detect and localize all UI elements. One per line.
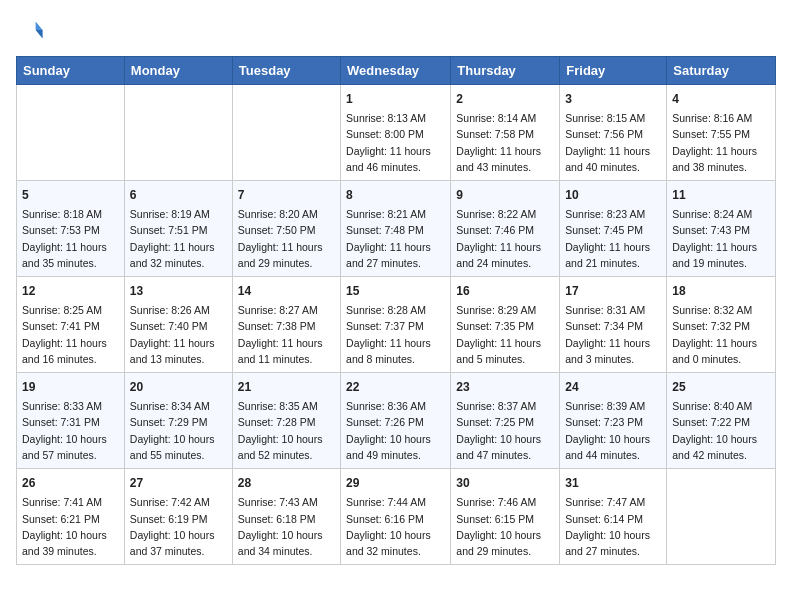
- day-cell: 7Sunrise: 8:20 AM Sunset: 7:50 PM Daylig…: [232, 181, 340, 277]
- day-cell: [232, 85, 340, 181]
- day-number: 28: [238, 474, 335, 492]
- day-info: Sunrise: 8:40 AM Sunset: 7:22 PM Dayligh…: [672, 398, 770, 463]
- day-number: 30: [456, 474, 554, 492]
- day-number: 20: [130, 378, 227, 396]
- weekday-header-wednesday: Wednesday: [341, 57, 451, 85]
- day-cell: 14Sunrise: 8:27 AM Sunset: 7:38 PM Dayli…: [232, 277, 340, 373]
- day-number: 8: [346, 186, 445, 204]
- day-info: Sunrise: 8:35 AM Sunset: 7:28 PM Dayligh…: [238, 398, 335, 463]
- day-info: Sunrise: 8:27 AM Sunset: 7:38 PM Dayligh…: [238, 302, 335, 367]
- week-row-4: 19Sunrise: 8:33 AM Sunset: 7:31 PM Dayli…: [17, 373, 776, 469]
- day-info: Sunrise: 8:18 AM Sunset: 7:53 PM Dayligh…: [22, 206, 119, 271]
- day-cell: 10Sunrise: 8:23 AM Sunset: 7:45 PM Dayli…: [560, 181, 667, 277]
- day-info: Sunrise: 8:20 AM Sunset: 7:50 PM Dayligh…: [238, 206, 335, 271]
- day-info: Sunrise: 8:32 AM Sunset: 7:32 PM Dayligh…: [672, 302, 770, 367]
- day-info: Sunrise: 8:28 AM Sunset: 7:37 PM Dayligh…: [346, 302, 445, 367]
- day-cell: 30Sunrise: 7:46 AM Sunset: 6:15 PM Dayli…: [451, 469, 560, 565]
- weekday-header-row: SundayMondayTuesdayWednesdayThursdayFrid…: [17, 57, 776, 85]
- day-info: Sunrise: 8:19 AM Sunset: 7:51 PM Dayligh…: [130, 206, 227, 271]
- day-number: 13: [130, 282, 227, 300]
- day-number: 7: [238, 186, 335, 204]
- day-info: Sunrise: 8:14 AM Sunset: 7:58 PM Dayligh…: [456, 110, 554, 175]
- page-header: [16, 16, 776, 44]
- day-cell: 23Sunrise: 8:37 AM Sunset: 7:25 PM Dayli…: [451, 373, 560, 469]
- day-cell: 4Sunrise: 8:16 AM Sunset: 7:55 PM Daylig…: [667, 85, 776, 181]
- day-number: 27: [130, 474, 227, 492]
- day-cell: 26Sunrise: 7:41 AM Sunset: 6:21 PM Dayli…: [17, 469, 125, 565]
- weekday-header-saturday: Saturday: [667, 57, 776, 85]
- day-info: Sunrise: 7:41 AM Sunset: 6:21 PM Dayligh…: [22, 494, 119, 559]
- day-cell: 21Sunrise: 8:35 AM Sunset: 7:28 PM Dayli…: [232, 373, 340, 469]
- day-cell: 2Sunrise: 8:14 AM Sunset: 7:58 PM Daylig…: [451, 85, 560, 181]
- day-number: 19: [22, 378, 119, 396]
- day-number: 12: [22, 282, 119, 300]
- day-number: 17: [565, 282, 661, 300]
- day-cell: 29Sunrise: 7:44 AM Sunset: 6:16 PM Dayli…: [341, 469, 451, 565]
- day-info: Sunrise: 8:24 AM Sunset: 7:43 PM Dayligh…: [672, 206, 770, 271]
- week-row-5: 26Sunrise: 7:41 AM Sunset: 6:21 PM Dayli…: [17, 469, 776, 565]
- weekday-header-tuesday: Tuesday: [232, 57, 340, 85]
- day-cell: 11Sunrise: 8:24 AM Sunset: 7:43 PM Dayli…: [667, 181, 776, 277]
- day-cell: [17, 85, 125, 181]
- week-row-1: 1Sunrise: 8:13 AM Sunset: 8:00 PM Daylig…: [17, 85, 776, 181]
- day-cell: 15Sunrise: 8:28 AM Sunset: 7:37 PM Dayli…: [341, 277, 451, 373]
- day-cell: [667, 469, 776, 565]
- weekday-header-monday: Monday: [124, 57, 232, 85]
- day-number: 5: [22, 186, 119, 204]
- day-info: Sunrise: 8:29 AM Sunset: 7:35 PM Dayligh…: [456, 302, 554, 367]
- day-info: Sunrise: 8:31 AM Sunset: 7:34 PM Dayligh…: [565, 302, 661, 367]
- day-info: Sunrise: 8:25 AM Sunset: 7:41 PM Dayligh…: [22, 302, 119, 367]
- day-cell: 1Sunrise: 8:13 AM Sunset: 8:00 PM Daylig…: [341, 85, 451, 181]
- day-number: 14: [238, 282, 335, 300]
- day-cell: 28Sunrise: 7:43 AM Sunset: 6:18 PM Dayli…: [232, 469, 340, 565]
- day-number: 21: [238, 378, 335, 396]
- logo: [16, 16, 48, 44]
- day-cell: 22Sunrise: 8:36 AM Sunset: 7:26 PM Dayli…: [341, 373, 451, 469]
- day-cell: 31Sunrise: 7:47 AM Sunset: 6:14 PM Dayli…: [560, 469, 667, 565]
- day-cell: 20Sunrise: 8:34 AM Sunset: 7:29 PM Dayli…: [124, 373, 232, 469]
- day-info: Sunrise: 8:21 AM Sunset: 7:48 PM Dayligh…: [346, 206, 445, 271]
- day-number: 9: [456, 186, 554, 204]
- day-number: 26: [22, 474, 119, 492]
- day-number: 6: [130, 186, 227, 204]
- day-info: Sunrise: 8:39 AM Sunset: 7:23 PM Dayligh…: [565, 398, 661, 463]
- day-info: Sunrise: 8:15 AM Sunset: 7:56 PM Dayligh…: [565, 110, 661, 175]
- day-number: 10: [565, 186, 661, 204]
- day-number: 22: [346, 378, 445, 396]
- day-cell: 16Sunrise: 8:29 AM Sunset: 7:35 PM Dayli…: [451, 277, 560, 373]
- day-number: 15: [346, 282, 445, 300]
- day-number: 29: [346, 474, 445, 492]
- day-info: Sunrise: 7:42 AM Sunset: 6:19 PM Dayligh…: [130, 494, 227, 559]
- week-row-2: 5Sunrise: 8:18 AM Sunset: 7:53 PM Daylig…: [17, 181, 776, 277]
- logo-icon: [16, 16, 44, 44]
- day-info: Sunrise: 8:23 AM Sunset: 7:45 PM Dayligh…: [565, 206, 661, 271]
- weekday-header-thursday: Thursday: [451, 57, 560, 85]
- svg-marker-1: [36, 30, 43, 38]
- day-info: Sunrise: 7:43 AM Sunset: 6:18 PM Dayligh…: [238, 494, 335, 559]
- weekday-header-sunday: Sunday: [17, 57, 125, 85]
- day-info: Sunrise: 8:33 AM Sunset: 7:31 PM Dayligh…: [22, 398, 119, 463]
- day-info: Sunrise: 8:16 AM Sunset: 7:55 PM Dayligh…: [672, 110, 770, 175]
- day-number: 25: [672, 378, 770, 396]
- day-cell: 12Sunrise: 8:25 AM Sunset: 7:41 PM Dayli…: [17, 277, 125, 373]
- day-number: 1: [346, 90, 445, 108]
- day-cell: 6Sunrise: 8:19 AM Sunset: 7:51 PM Daylig…: [124, 181, 232, 277]
- day-cell: 24Sunrise: 8:39 AM Sunset: 7:23 PM Dayli…: [560, 373, 667, 469]
- day-info: Sunrise: 8:37 AM Sunset: 7:25 PM Dayligh…: [456, 398, 554, 463]
- day-number: 24: [565, 378, 661, 396]
- svg-marker-0: [36, 22, 43, 30]
- day-info: Sunrise: 8:13 AM Sunset: 8:00 PM Dayligh…: [346, 110, 445, 175]
- day-info: Sunrise: 8:36 AM Sunset: 7:26 PM Dayligh…: [346, 398, 445, 463]
- day-number: 23: [456, 378, 554, 396]
- day-info: Sunrise: 8:26 AM Sunset: 7:40 PM Dayligh…: [130, 302, 227, 367]
- day-cell: 13Sunrise: 8:26 AM Sunset: 7:40 PM Dayli…: [124, 277, 232, 373]
- day-cell: 9Sunrise: 8:22 AM Sunset: 7:46 PM Daylig…: [451, 181, 560, 277]
- weekday-header-friday: Friday: [560, 57, 667, 85]
- day-info: Sunrise: 7:46 AM Sunset: 6:15 PM Dayligh…: [456, 494, 554, 559]
- day-number: 2: [456, 90, 554, 108]
- day-cell: 8Sunrise: 8:21 AM Sunset: 7:48 PM Daylig…: [341, 181, 451, 277]
- day-number: 31: [565, 474, 661, 492]
- day-cell: 27Sunrise: 7:42 AM Sunset: 6:19 PM Dayli…: [124, 469, 232, 565]
- day-cell: 25Sunrise: 8:40 AM Sunset: 7:22 PM Dayli…: [667, 373, 776, 469]
- day-cell: 5Sunrise: 8:18 AM Sunset: 7:53 PM Daylig…: [17, 181, 125, 277]
